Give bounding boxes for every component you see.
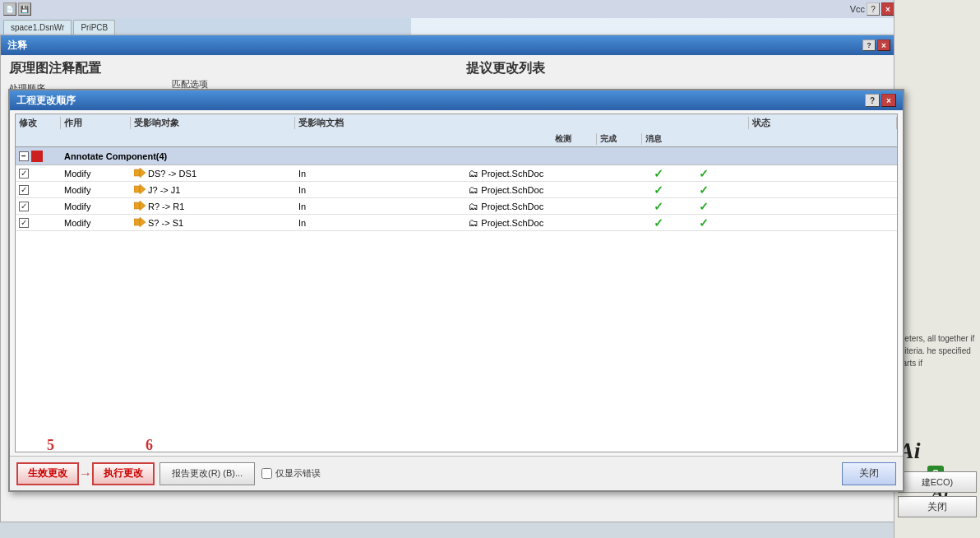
eco-table-body[interactable]: − Annotate Component(4) ✓ Modify DS? -> … [15,146,898,452]
row-action: Modify [61,202,131,211]
sub-detect: 检测 [552,133,597,145]
row-doc: 🗂Project.SchDoc [465,184,636,196]
row-check-cell: ✓ [16,185,61,195]
only-errors-label: 仅显示错误 [275,467,321,480]
top-bar: 📄 💾 Vcc ? × [0,0,898,18]
group-color-icon [31,151,43,162]
right-panel: meters, all together if criteria. he spe… [894,0,980,538]
svg-rect-0 [134,169,140,176]
row-action: Modify [61,185,131,195]
row-complete: ✓ [682,216,727,230]
svg-marker-5 [140,201,146,211]
status-headers: 状态 [749,117,897,129]
report-btn[interactable]: 报告更改(R) (B)... [159,462,255,485]
bottom-close-btn[interactable]: 关闭 [898,496,977,517]
status-bar [0,522,894,538]
eco-close-btn[interactable]: × [881,94,896,107]
annotation-right-section: 提议更改列表 [466,60,545,82]
annotation-help-btn[interactable]: ? [862,39,876,51]
eco-group-row[interactable]: − Annotate Component(4) [16,147,897,165]
tab-dsn[interactable]: space1.DsnWr [3,20,72,35]
bottom-close-area: 关闭 [898,496,977,517]
toolbar-icon-2[interactable]: 💾 [18,2,31,16]
eco-titlebar: 工程更改顺序 ? × [10,90,903,110]
svg-marker-1 [140,168,146,178]
right-title: 提议更改列表 [466,60,545,77]
eco-dialog: 工程更改顺序 ? × 修改 作用 受影响对象 受影响文档 状态 [8,89,904,492]
eco-data-rows: ✓ Modify DS? -> DS1 In 🗂Project.SchDoc ✓ [16,165,897,231]
col-modify-header: 修改 [16,117,61,129]
row-checkbox[interactable]: ✓ [19,185,29,195]
row-checkbox[interactable]: ✓ [19,169,29,179]
row-obj: DS? -> DS1 [131,168,295,179]
num-5-label: 5 [47,437,54,454]
validate-btn[interactable]: 生效更改 [16,462,79,485]
svg-marker-7 [140,217,146,227]
row-doc: 🗂Project.SchDoc [465,217,636,229]
group-expand-cell: − [16,151,61,162]
tab-pcb[interactable]: PriPCB [73,20,115,35]
eco-title-controls: ? × [865,94,896,107]
row-check-cell: ✓ [16,218,61,228]
row-checkbox[interactable]: ✓ [19,218,29,228]
group-expand-icon[interactable]: − [19,151,29,161]
toolbar-icon-1[interactable]: 📄 [3,2,16,16]
table-row[interactable]: ✓ Modify DS? -> DS1 In 🗂Project.SchDoc ✓ [16,165,897,182]
row-obj: R? -> R1 [131,201,295,212]
row-complete: ✓ [682,200,727,213]
eco-table-area: 修改 作用 受影响对象 受影响文档 状态 检测 完成 消息 − [10,110,903,456]
row-obj: S? -> S1 [131,217,295,229]
eco-sub-header: 检测 完成 消息 [15,132,898,146]
col-affected-obj-header: 受影响对象 [131,117,295,129]
eco-table-header: 修改 作用 受影响对象 受影响文档 状态 [15,114,898,132]
eco-close-footer-btn[interactable]: 关闭 [842,462,896,485]
row-complete: ✓ [682,183,727,197]
table-row[interactable]: ✓ Modify J? -> J1 In 🗂Project.SchDoc ✓ [16,182,897,198]
row-direction: In [295,202,465,211]
annotation-close-btn[interactable]: × [877,39,890,51]
svg-marker-3 [140,184,146,194]
annotation-title-controls: ? × [862,39,890,51]
eco-footer: 5 6 生效更改 → 执行更改 报告更改(R) (B)... 仅显示错误 关闭 [10,456,903,490]
right-panel-text: meters, all together if criteria. he spe… [894,329,980,373]
tab-row: space1.DsnWr PriPCB [0,18,411,35]
eco-help-btn[interactable]: ? [865,94,880,107]
arrow-icon: → [79,466,92,481]
only-errors-checkbox-group: 仅显示错误 [261,467,321,480]
row-doc: 🗂Project.SchDoc [465,201,636,212]
row-detect: ✓ [636,167,682,180]
row-action: Modify [61,169,131,179]
table-row[interactable]: ✓ Modify S? -> S1 In 🗂Project.SchDoc ✓ [16,215,897,231]
num-6-label: 6 [146,437,153,454]
table-row[interactable]: ✓ Modify R? -> R1 In 🗂Project.SchDoc ✓ [16,198,897,215]
col-action-header: 作用 [61,117,131,129]
annotation-main-title: 原理图注释配置 [9,60,139,77]
row-detect: ✓ [636,200,682,213]
row-direction: In [295,169,465,179]
row-detect: ✓ [636,183,682,197]
close-btn-top[interactable]: × [881,2,894,16]
svg-rect-6 [134,219,140,225]
row-action: Modify [61,218,131,228]
row-checkbox[interactable]: ✓ [19,202,29,211]
row-detect: ✓ [636,216,682,230]
help-btn-top[interactable]: ? [867,2,880,16]
svg-rect-4 [134,202,140,209]
row-doc: 🗂Project.SchDoc [465,168,636,179]
sub-complete: 完成 [597,133,642,145]
sub-message: 消息 [642,133,898,145]
row-obj: J? -> J1 [131,184,295,196]
col-affected-doc-header: 受影响文档 [295,117,749,129]
group-label: Annotate Component(4) [61,151,897,161]
row-complete: ✓ [682,167,727,180]
annotation-titlebar: 注释 ? × [1,35,897,55]
status-header-label: 状态 [749,117,897,129]
row-direction: In [295,185,465,195]
execute-btn[interactable]: 执行更改 [92,462,155,485]
row-check-cell: ✓ [16,202,61,211]
only-errors-checkbox[interactable] [261,468,272,479]
row-direction: In [295,218,465,228]
eco-label-btn[interactable]: 建ECO) [898,471,977,493]
eco-label-area: 建ECO) [898,471,977,493]
row-check-cell: ✓ [16,169,61,179]
